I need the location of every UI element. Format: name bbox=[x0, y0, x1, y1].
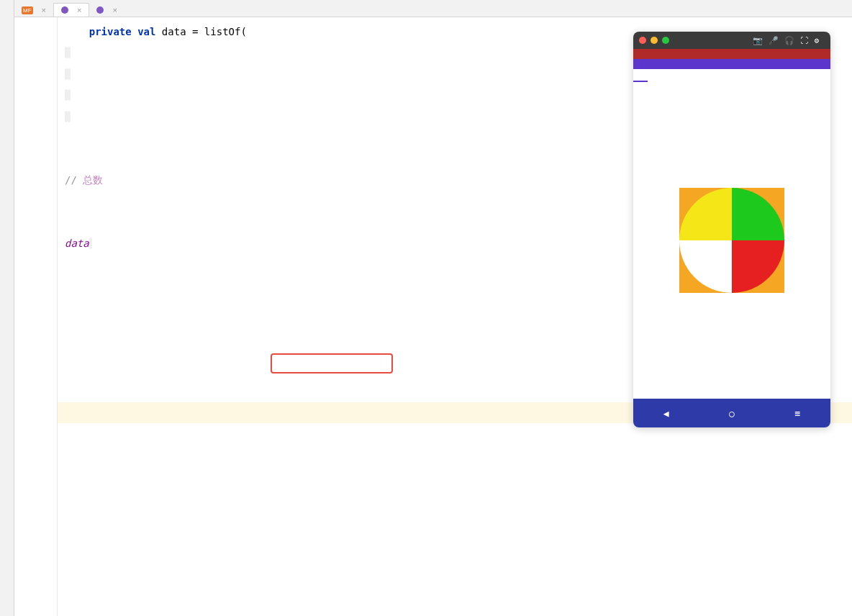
close-icon[interactable]: × bbox=[112, 6, 117, 14]
code-line bbox=[58, 529, 852, 550]
minimize-icon[interactable] bbox=[651, 37, 658, 44]
tab-manifest[interactable]: MF × bbox=[14, 4, 53, 17]
line-numbers bbox=[14, 17, 45, 22]
gutter-marks bbox=[45, 17, 58, 22]
camera-icon[interactable]: 📷 bbox=[753, 36, 763, 45]
editor-tabs: MF × × × bbox=[14, 0, 852, 17]
kotlin-file-icon bbox=[61, 6, 68, 14]
code-line bbox=[58, 551, 852, 571]
headphone-icon[interactable]: 🎧 bbox=[784, 36, 794, 45]
code-line bbox=[58, 487, 852, 508]
tool-window-bar bbox=[0, 0, 14, 616]
kotlin-file-icon bbox=[96, 6, 104, 14]
device-canvas bbox=[633, 82, 830, 399]
sidebar-favorites[interactable] bbox=[0, 501, 3, 507]
device-nav-bar: ◀ ○ ≡ bbox=[633, 399, 830, 427]
close-icon[interactable] bbox=[639, 37, 646, 44]
home-icon[interactable]: ○ bbox=[729, 408, 735, 419]
sidebar-build-variants[interactable] bbox=[0, 489, 3, 495]
xml-file-icon: MF bbox=[22, 6, 33, 14]
device-statusbar bbox=[633, 49, 830, 59]
device-preview: 📷 🎤 🎧 ⛶ ⚙ ◀ ○ ≡ bbox=[633, 32, 830, 427]
device-tab-pie[interactable] bbox=[648, 69, 662, 82]
settings-icon[interactable]: ⚙ bbox=[814, 36, 819, 45]
device-titlebar: 📷 🎤 🎧 ⛶ ⚙ bbox=[633, 32, 830, 49]
record-icon[interactable]: 🎤 bbox=[769, 36, 779, 45]
close-icon[interactable]: × bbox=[77, 6, 81, 14]
code-line bbox=[58, 508, 852, 529]
tab-chartview[interactable]: × bbox=[89, 4, 124, 17]
code-line bbox=[58, 466, 852, 486]
recent-icon[interactable]: ≡ bbox=[794, 408, 800, 419]
editor-gutter bbox=[14, 17, 58, 616]
tab-blogview[interactable]: × bbox=[53, 3, 89, 17]
device-app-header bbox=[633, 59, 830, 69]
code-line bbox=[58, 571, 852, 592]
pie-chart bbox=[679, 188, 784, 293]
code-line bbox=[58, 445, 852, 466]
sidebar-structure[interactable] bbox=[0, 512, 3, 518]
fullscreen-icon[interactable]: ⛶ bbox=[800, 36, 808, 45]
close-icon[interactable]: × bbox=[42, 6, 46, 14]
maximize-icon[interactable] bbox=[662, 37, 669, 44]
code-line bbox=[58, 593, 852, 614]
highlight-box bbox=[271, 353, 393, 373]
device-tabs bbox=[633, 69, 830, 82]
back-icon[interactable]: ◀ bbox=[663, 408, 669, 419]
device-tab-blog[interactable] bbox=[633, 69, 648, 82]
